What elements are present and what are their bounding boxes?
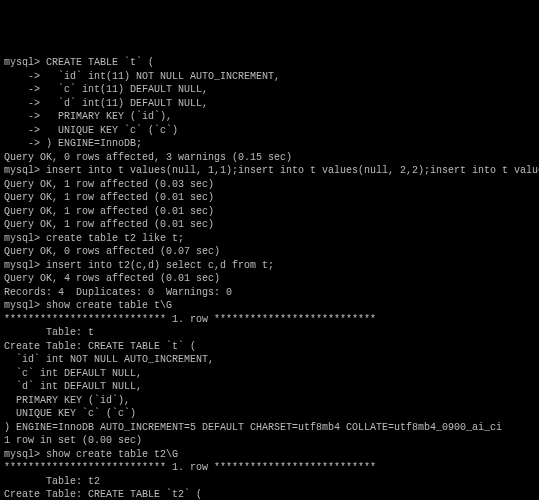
terminal-line: mysql> CREATE TABLE `t` ( (4, 56, 535, 70)
terminal-line: ) ENGINE=InnoDB AUTO_INCREMENT=5 DEFAULT… (4, 421, 535, 435)
terminal-line: mysql> insert into t2(c,d) select c,d fr… (4, 259, 535, 273)
terminal-line: Query OK, 4 rows affected (0.01 sec) (4, 272, 535, 286)
terminal-line: PRIMARY KEY (`id`), (4, 394, 535, 408)
terminal-line: -> UNIQUE KEY `c` (`c`) (4, 124, 535, 138)
terminal-line: -> `d` int(11) DEFAULT NULL, (4, 97, 535, 111)
terminal-line: -> `id` int(11) NOT NULL AUTO_INCREMENT, (4, 70, 535, 84)
terminal-line: Table: t2 (4, 475, 535, 489)
terminal-line: -> PRIMARY KEY (`id`), (4, 110, 535, 124)
terminal-line: Query OK, 1 row affected (0.01 sec) (4, 218, 535, 232)
terminal-line: `c` int DEFAULT NULL, (4, 367, 535, 381)
terminal-line: `d` int DEFAULT NULL, (4, 380, 535, 394)
terminal-line: -> ) ENGINE=InnoDB; (4, 137, 535, 151)
terminal-line: *************************** 1. row *****… (4, 461, 535, 475)
terminal-line: Query OK, 0 rows affected, 3 warnings (0… (4, 151, 535, 165)
terminal-line: Table: t (4, 326, 535, 340)
terminal-line: Records: 4 Duplicates: 0 Warnings: 0 (4, 286, 535, 300)
terminal-line: 1 row in set (0.00 sec) (4, 434, 535, 448)
terminal-line: Query OK, 0 rows affected (0.07 sec) (4, 245, 535, 259)
terminal-line: UNIQUE KEY `c` (`c`) (4, 407, 535, 421)
terminal-line: Query OK, 1 row affected (0.01 sec) (4, 191, 535, 205)
terminal-line: mysql> show create table t2\G (4, 448, 535, 462)
terminal-line: Query OK, 1 row affected (0.01 sec) (4, 205, 535, 219)
terminal-line: Query OK, 1 row affected (0.03 sec) (4, 178, 535, 192)
terminal-line: mysql> show create table t\G (4, 299, 535, 313)
terminal-line: `id` int NOT NULL AUTO_INCREMENT, (4, 353, 535, 367)
terminal-line: Create Table: CREATE TABLE `t` ( (4, 340, 535, 354)
terminal-line: -> `c` int(11) DEFAULT NULL, (4, 83, 535, 97)
terminal-line: mysql> create table t2 like t; (4, 232, 535, 246)
terminal-line: mysql> insert into t values(null, 1,1);i… (4, 164, 535, 178)
terminal-line: Create Table: CREATE TABLE `t2` ( (4, 488, 535, 500)
terminal-line: *************************** 1. row *****… (4, 313, 535, 327)
terminal-output[interactable]: mysql> CREATE TABLE `t` ( -> `id` int(11… (4, 56, 535, 500)
